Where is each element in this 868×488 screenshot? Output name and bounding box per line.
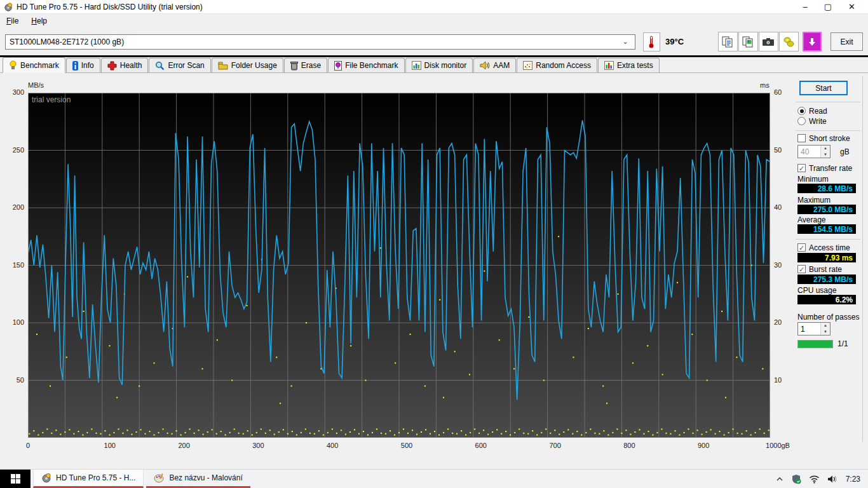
start-button[interactable]: Start [799,81,848,95]
x-tick-label: 800 [610,442,648,449]
toolbar: ST1000LM048-2E7172 (1000 gB) ⌄ 39°C [0,28,868,55]
clock[interactable]: 7:23 [846,475,860,484]
drive-select-value: ST1000LM048-2E7172 (1000 gB) [10,37,620,46]
passes-progress-text: 1/1 [837,339,848,348]
minimize-button[interactable]: – [803,2,808,11]
trial-version-watermark: trial version [32,95,71,104]
short-stroke-checkbox[interactable]: Short stroke [797,133,850,143]
transfer-rate-label: Transfer rate [809,164,852,173]
maximize-button[interactable]: ▢ [824,2,832,11]
drive-select[interactable]: ST1000LM048-2E7172 (1000 gB) ⌄ [5,34,635,50]
tab-erase[interactable]: Erase [284,58,327,72]
tray-chevron-icon[interactable] [776,476,783,482]
cpu-usage-value: 6.2% [797,295,856,304]
app-icon [4,3,13,11]
burst-rate-value: 275.3 MB/s [797,274,856,284]
spinner-arrows-icon[interactable]: ▲▼ [820,146,830,158]
tab-extra-tests[interactable]: Extra tests [598,58,660,72]
burst-rate-checkbox[interactable]: ✓ Burst rate [797,264,842,274]
tab-label: Random Access [536,61,591,70]
average-value: 154.5 MB/s [797,224,856,234]
tab-file-benchmark[interactable]: File Benchmark [328,58,404,72]
taskbar: HD Tune Pro 5.75 - H...Bez názvu - Malov… [0,469,868,488]
tab-error-scan[interactable]: Error Scan [149,58,210,72]
tab-label: Error Scan [168,61,204,70]
speaker-icon[interactable] [827,475,838,484]
window-title: HD Tune Pro 5.75 - Hard Disk/SSD Utility… [17,3,803,11]
taskbar-item-label: Bez názvu - Malování [169,473,242,482]
y-tick-label: 150 [0,261,24,269]
tab-benchmark[interactable]: Benchmark [3,57,65,73]
benchmark-page: MB/sms3002502001501005060504030201001002… [0,73,868,471]
y-tick-label: 50 [0,376,24,384]
y-tick-label: 100 [0,318,24,326]
x-tick-label: 700 [536,442,574,449]
y-tick-label: 200 [0,203,24,211]
tab-disk-monitor[interactable]: Disk monitor [405,58,473,72]
x-tick-label: 100 [91,442,129,449]
options-icon [782,36,795,48]
start-menu-button[interactable] [0,470,31,488]
checkbox-unchecked-icon [797,134,806,142]
cpu-usage-label: CPU usage [797,286,836,295]
divider [796,102,860,102]
tab-folder-usage[interactable]: Folder Usage [212,58,283,72]
chevron-down-icon: ⌄ [620,37,630,46]
write-radio[interactable]: Write [797,116,827,126]
taskbar-item-hdtune[interactable]: HD Tune Pro 5.75 - H... [33,470,144,488]
divider [796,130,860,131]
download-arrow-icon [807,37,817,47]
screenshot-button[interactable] [759,32,778,51]
wifi-icon[interactable] [809,475,820,484]
ms-tick-label: 10 [774,376,782,384]
exit-button[interactable]: Exit [831,32,863,51]
app-window: HD Tune Pro 5.75 - Hard Disk/SSD Utility… [0,0,868,471]
defender-shield-icon[interactable] [791,474,801,484]
update-button[interactable] [803,32,822,51]
thermometer-icon [648,35,654,49]
checkbox-checked-icon: ✓ [797,243,806,252]
titlebar: HD Tune Pro 5.75 - Hard Disk/SSD Utility… [0,0,868,14]
tab-label: Extra tests [617,61,653,70]
exit-button-label: Exit [841,37,853,46]
menu-help[interactable]: Help [25,15,53,27]
passes-spinner[interactable]: 1 ▲▼ [797,322,831,336]
short-stroke-label: Short stroke [809,134,850,143]
tab-label: File Benchmark [345,61,398,70]
menubar: FileHelp [0,14,868,28]
left-axis-unit: MB/s [28,81,44,89]
copy-text-icon [721,36,734,48]
read-radio[interactable]: Read [797,106,827,116]
camera-icon [761,36,775,48]
copy-image-button[interactable] [738,32,758,51]
erase-icon [290,61,298,71]
copy-text-button[interactable] [718,32,738,51]
right-axis-unit: ms [760,81,770,89]
maximum-label: Maximum [797,196,831,205]
short-stroke-spinner[interactable]: 40 ▲▼ [797,145,831,158]
options-button[interactable] [779,32,799,51]
taskbar-item-label: HD Tune Pro 5.75 - H... [56,473,135,482]
tab-label: Disk monitor [424,61,467,70]
short-stroke-value: 40 [798,146,820,158]
disk-monitor-icon [412,61,421,70]
radio-unselected-icon [797,117,806,125]
average-label: Average [797,215,825,224]
close-button[interactable]: ✕ [848,2,855,11]
tab-aam[interactable]: AAM [473,58,516,72]
burst-rate-label: Burst rate [809,265,842,274]
temperature-button[interactable] [643,32,660,51]
passes-progressbar [797,340,833,348]
x-tick-label: 1000gB [759,442,797,449]
checkbox-checked-icon: ✓ [797,265,806,273]
taskbar-item-paint[interactable]: Bez názvu - Malování [146,470,250,488]
transfer-rate-checkbox[interactable]: ✓ Transfer rate [797,163,852,173]
benchmark-icon [9,60,17,70]
tab-health[interactable]: Health [101,58,149,72]
menu-file[interactable]: File [0,15,25,27]
spinner-arrows-icon[interactable]: ▲▼ [820,323,830,335]
tab-random-access[interactable]: Random Access [517,58,597,72]
x-tick-label: 900 [684,442,722,449]
tab-info[interactable]: Info [66,58,100,72]
access-time-checkbox[interactable]: ✓ Access time [797,243,850,252]
